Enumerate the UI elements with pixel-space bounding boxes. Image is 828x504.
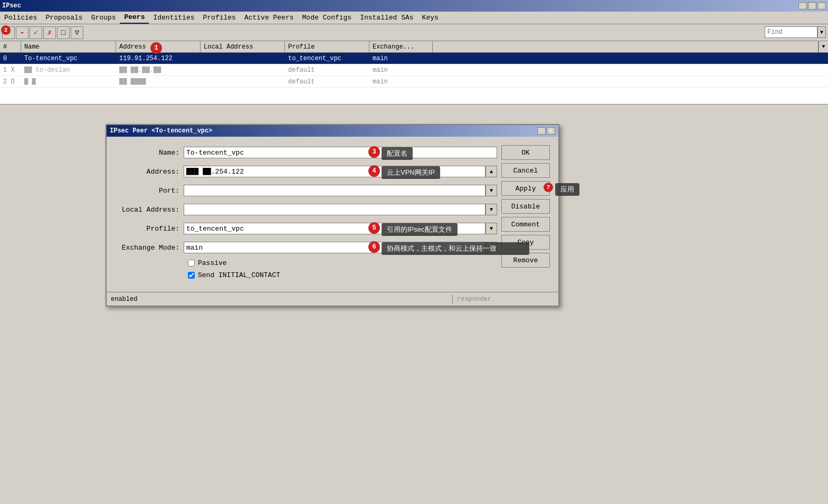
passive-label: Passive [198, 259, 227, 267]
annotation-3: 配置名 [382, 147, 413, 160]
ok-button[interactable]: OK [501, 145, 550, 160]
annotation-4: 云上VPN网关IP [382, 166, 440, 179]
send-initial-checkbox[interactable] [188, 272, 195, 279]
badge-3: 3 [368, 146, 380, 158]
send-initial-row: Send INITIAL_CONTACT [115, 271, 497, 279]
address-field-group: ▲ [184, 166, 497, 177]
table-row[interactable]: 2 D █ █ ██ ████ default main [0, 76, 828, 88]
cell-num-0: 0 [0, 54, 21, 63]
apply-button[interactable]: Apply [501, 181, 550, 196]
cell-num-2: 2 D [0, 77, 21, 87]
title-bar-buttons: _ □ × [798, 2, 826, 9]
annotation-7: 应用 [555, 183, 579, 196]
menu-proposals[interactable]: Proposals [41, 12, 87, 24]
address-row: Address: ▲ 4 云上VPN网关IP [115, 164, 497, 179]
cancel-toolbar-button[interactable]: ✗ [43, 26, 56, 39]
address-input[interactable] [184, 166, 486, 177]
menu-profiles[interactable]: Profiles [198, 12, 240, 24]
passive-checkbox[interactable] [188, 260, 195, 267]
apply-row: Apply 7 应用 [501, 181, 550, 196]
title-bar: IPsec _ □ × [0, 0, 828, 12]
dialog-buttons: OK Cancel Apply 7 应用 Disable Comment Cop… [501, 141, 554, 288]
send-initial-label: Send INITIAL_CONTACT [198, 271, 280, 279]
menu-keys[interactable]: Keys [418, 12, 443, 24]
disable-button[interactable]: Disable [501, 199, 550, 214]
name-input[interactable] [184, 147, 497, 158]
local-address-field-group: ▼ [184, 204, 497, 215]
status-responder: responder [453, 294, 558, 304]
cell-name-1: ██ to-deslan [21, 65, 116, 75]
menu-active-peers[interactable]: Active Peers [240, 12, 298, 24]
cell-address-0: 119.91.254.122 [116, 54, 201, 63]
cell-profile-1: default [285, 65, 369, 75]
comment-button[interactable]: Comment [501, 217, 550, 232]
dialog-status: enabled responder [107, 292, 558, 306]
cell-address-2: ██ ████ [116, 77, 201, 87]
badge-4: 4 [368, 165, 380, 177]
col-header-exchange: Exchange... [369, 41, 433, 52]
local-address-row: Local Address: ▼ [115, 202, 497, 217]
badge-2: 2 [1, 25, 11, 35]
port-dropdown-button[interactable]: ▼ [486, 185, 497, 196]
cell-exchange-0: main [369, 54, 433, 63]
badge-6: 6 [368, 241, 380, 253]
dialog-close-button[interactable]: × [547, 127, 555, 135]
close-button[interactable]: × [817, 2, 826, 9]
cell-address-1: ██ ██.██.██ [116, 65, 201, 75]
badge-5: 5 [368, 222, 380, 234]
menu-identities[interactable]: Identities [149, 12, 198, 24]
cell-name-2: █ █ [21, 77, 116, 87]
cell-laddr-2 [201, 81, 285, 83]
local-address-input[interactable] [184, 204, 486, 215]
badge-1: 1 [150, 42, 162, 54]
address-dropdown-button[interactable]: ▲ [486, 166, 497, 177]
table-row[interactable]: 1 X ██ to-deslan ██ ██.██.██ default mai… [0, 64, 828, 76]
dialog-title-bar: IPsec Peer <To-tencent_vpc> □ × [107, 125, 558, 137]
cell-num-1: 1 X [0, 65, 21, 75]
maximize-button[interactable]: □ [808, 2, 816, 9]
name-row: Name: 3 配置名 [115, 145, 497, 160]
menu-groups[interactable]: Groups [87, 12, 120, 24]
profile-dropdown-button[interactable]: ▼ [486, 223, 497, 234]
local-address-dropdown-button[interactable]: ▼ [486, 204, 497, 215]
passive-row: Passive [115, 259, 497, 267]
dialog-form: Name: 3 配置名 Address: ▲ 4 云上VPN网关IP [111, 141, 501, 288]
port-row: Port: ▼ [115, 183, 497, 198]
menu-peers[interactable]: Peers [120, 12, 149, 24]
table-scroll-arrow[interactable]: ▼ [819, 41, 828, 52]
find-dropdown[interactable]: ▼ [817, 26, 826, 38]
cell-name-0: To-tencent_vpc [21, 54, 116, 63]
window-title: IPsec [2, 2, 21, 9]
table-header: # Name Address Local Address Profile Exc… [0, 41, 828, 53]
col-header-local-address: Local Address [201, 41, 285, 52]
table-row[interactable]: 0 To-tencent_vpc 119.91.254.122 to_tence… [0, 53, 828, 64]
cancel-button[interactable]: Cancel [501, 163, 550, 178]
col-header-num: # [0, 41, 21, 52]
port-label: Port: [115, 187, 184, 195]
dialog-title-buttons: □ × [537, 127, 555, 135]
address-label: Address: [115, 168, 184, 176]
profile-row: Profile: ▼ 5 引用的IPsec配置文件 [115, 221, 497, 236]
col-header-profile: Profile [285, 41, 369, 52]
badge-7: 7 [544, 183, 553, 192]
cell-profile-0: to_tencent_vpc [285, 54, 369, 63]
menu-policies[interactable]: Policies [0, 12, 41, 24]
remove-button[interactable]: Remove [501, 253, 550, 268]
filter-button[interactable]: ▽ [71, 26, 83, 39]
menu-installed-sas[interactable]: Installed SAs [356, 12, 417, 24]
remove-button[interactable]: - [16, 26, 28, 39]
copy-toolbar-button[interactable]: □ [57, 26, 70, 39]
dialog-maximize-button[interactable]: □ [537, 127, 546, 135]
find-input[interactable] [765, 26, 817, 38]
port-field-group: ▼ [184, 185, 497, 196]
port-input[interactable] [184, 185, 486, 196]
col-header-name: Name [21, 41, 116, 52]
menu-mode-configs[interactable]: Mode Configs [298, 12, 356, 24]
exchange-mode-label: Exchange Mode: [115, 244, 184, 252]
col-header-extra [433, 41, 819, 52]
confirm-button[interactable]: ✓ [30, 26, 42, 39]
menu-bar: Policies Proposals Groups Peers Identiti… [0, 12, 828, 24]
minimize-button[interactable]: _ [798, 2, 807, 9]
name-label: Name: [115, 149, 184, 157]
cell-exchange-1: main [369, 65, 433, 75]
